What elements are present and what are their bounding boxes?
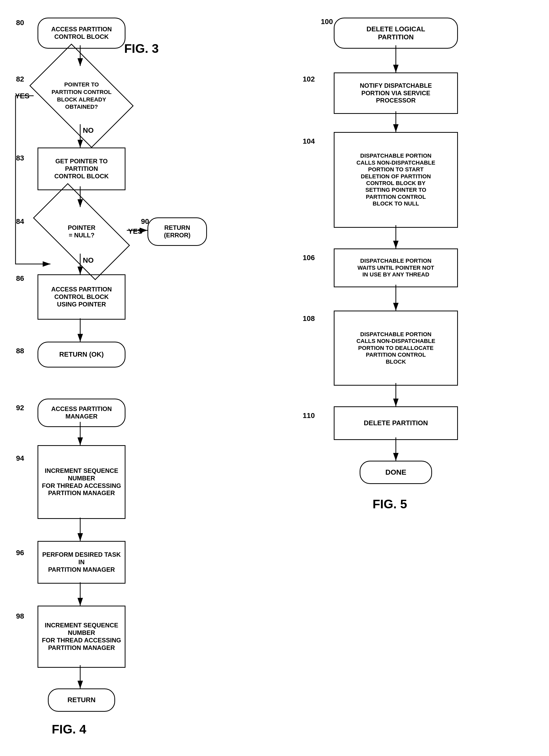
fig4-label: FIG. 4 <box>52 722 86 736</box>
label-106: 106 <box>303 254 315 262</box>
node-82: POINTER TO PARTITION CONTROL BLOCK ALREA… <box>29 43 134 148</box>
node-90: RETURN (ERROR) <box>148 217 207 246</box>
fig5-label: FIG. 5 <box>372 497 407 511</box>
node-82-text: POINTER TO PARTITION CONTROL BLOCK ALREA… <box>52 81 112 111</box>
node-84: POINTER = NULL? <box>33 183 130 280</box>
no-label-82: NO <box>83 126 94 135</box>
label-82: 82 <box>16 75 24 83</box>
node-80: ACCESS PARTITION CONTROL BLOCK <box>38 18 126 49</box>
node-102: NOTIFY DISPATCHABLE PORTION VIA SERVICE … <box>334 72 458 114</box>
node-106: DISPATCHABLE PORTION WAITS UNTIL POINTER… <box>334 248 458 287</box>
node-83: GET POINTER TO PARTITION CONTROL BLOCK <box>38 148 126 190</box>
label-80: 80 <box>16 19 24 27</box>
label-104: 104 <box>303 137 315 145</box>
node-104: DISPATCHABLE PORTION CALLS NON-DISPATCHA… <box>334 132 458 228</box>
node-100: DELETE LOGICAL PARTITION <box>334 18 458 49</box>
node-94: INCREMENT SEQUENCE NUMBER FOR THREAD ACC… <box>38 445 126 519</box>
node-108: DISPATCHABLE PORTION CALLS NON-DISPATCHA… <box>334 311 458 386</box>
node-88: RETURN (OK) <box>38 342 126 368</box>
label-98: 98 <box>16 612 24 620</box>
node-92: ACCESS PARTITION MANAGER <box>38 399 126 427</box>
node-96: PERFORM DESIRED TASK IN PARTITION MANAGE… <box>38 541 126 584</box>
node-110: DELETE PARTITION <box>334 406 458 440</box>
yes-label-82: YES <box>15 92 30 100</box>
diagram-container: 80 ACCESS PARTITION CONTROL BLOCK FIG. 3… <box>0 0 549 756</box>
label-110: 110 <box>303 412 315 420</box>
label-100: 100 <box>321 18 333 26</box>
label-92: 92 <box>16 404 24 412</box>
label-83: 83 <box>16 154 24 162</box>
label-102: 102 <box>303 75 315 83</box>
fig3-label: FIG. 3 <box>124 41 159 56</box>
label-96: 96 <box>16 549 24 557</box>
label-94: 94 <box>16 454 24 463</box>
label-88: 88 <box>16 347 24 355</box>
yes-label-84: YES <box>128 227 143 236</box>
label-108: 108 <box>303 314 315 323</box>
node-done: DONE <box>360 461 432 484</box>
label-84: 84 <box>16 217 24 226</box>
no-label-84: NO <box>83 256 94 265</box>
node-86: ACCESS PARTITION CONTROL BLOCK USING POI… <box>38 274 126 320</box>
node-return: RETURN <box>48 688 115 712</box>
node-84-text: POINTER = NULL? <box>68 224 96 239</box>
label-86: 86 <box>16 274 24 283</box>
node-98: INCREMENT SEQUENCE NUMBER FOR THREAD ACC… <box>38 606 126 668</box>
